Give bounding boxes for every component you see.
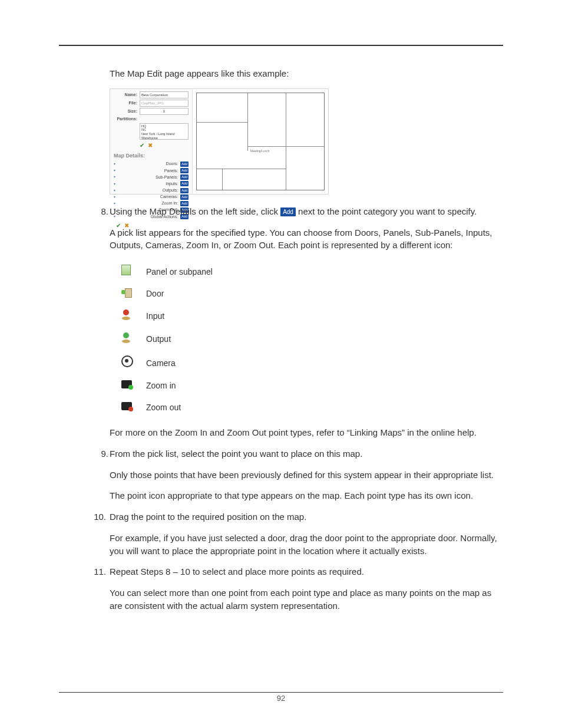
step-9-p1: From the pick list, select the point you…	[110, 447, 503, 460]
map-detail-item: ▾Doors:Add	[114, 161, 189, 167]
expand-icon: ▾	[114, 195, 115, 200]
detail-name: Doors:	[117, 161, 180, 167]
step-8: 8. Using the Map Details on the left sid…	[110, 205, 503, 439]
expand-icon: ▾	[114, 182, 115, 187]
step-9: 9. From the pick list, select the point …	[110, 447, 503, 502]
table-row: Input	[121, 305, 226, 328]
top-rule	[59, 45, 503, 46]
input-icon	[121, 309, 131, 320]
icon-legend-table: Panel or subpanel Door Input Output	[121, 260, 226, 418]
screenshot-floorplan: Meeting/Lunch	[193, 89, 328, 194]
add-button: Add	[180, 174, 189, 180]
text: next to the point category you want to s…	[298, 206, 477, 216]
floor-meeting-label: Meeting/Lunch	[250, 149, 270, 153]
door-icon	[121, 288, 132, 297]
add-button: Add	[180, 188, 189, 193]
step-8-p2: A pick list appears for the specified ty…	[110, 226, 503, 252]
step-10: 10. Drag the point to the required posit…	[110, 510, 503, 557]
zoom-out-icon	[121, 402, 132, 410]
expand-icon: ▾	[114, 188, 115, 193]
cancel-icon: ✖	[148, 142, 153, 149]
step-9-p2: Only those points that have been previou…	[110, 469, 503, 482]
add-button: Add	[180, 168, 189, 173]
partition-item: HQ	[141, 124, 187, 129]
map-detail-item: ▾Cameras:Add	[114, 194, 189, 200]
step-number: 10.	[92, 510, 106, 523]
step-11: 11. Repeat Steps 8 – 10 to select and pl…	[110, 565, 503, 612]
step-number: 9.	[94, 447, 108, 460]
zoom-in-icon	[121, 380, 132, 388]
file-label: File:	[114, 100, 137, 106]
step-11-p2: You can select more than one point from …	[110, 587, 503, 612]
partitions-list: HQ NC New York - Long Island Warehouse	[140, 123, 189, 140]
step-number: 8.	[94, 205, 108, 218]
map-edit-screenshot: Name: Beta Corporation File: CapPlan_JPG…	[110, 88, 329, 195]
partition-item: New York - Long Island Warehouse	[141, 132, 187, 140]
expand-icon: ▾	[114, 168, 115, 173]
detail-name: Outputs:	[117, 187, 180, 193]
table-row: Zoom out	[121, 397, 226, 418]
detail-name: Cameras:	[117, 194, 180, 200]
icon-label: Zoom in	[146, 375, 226, 396]
detail-name: Sub-Panels:	[117, 174, 180, 180]
step-8-p1: Using the Map Details on the left side, …	[110, 205, 503, 218]
intro-text: The Map Edit page appears like this exam…	[110, 67, 503, 80]
name-label: Name:	[114, 92, 137, 98]
detail-name: Inputs:	[117, 181, 180, 187]
partition-item: NC	[141, 128, 187, 132]
icon-label: Input	[146, 305, 226, 328]
map-detail-item: ▾Sub-Panels:Add	[114, 174, 189, 180]
icon-label: Zoom out	[146, 397, 226, 418]
map-detail-item: ▾Inputs:Add	[114, 181, 189, 187]
bottom-rule	[59, 692, 503, 693]
panel-icon	[121, 265, 131, 275]
table-row: Panel or subpanel	[121, 260, 226, 283]
page-number: 92	[0, 693, 562, 704]
step-9-p3: The point icon appropriate to that type …	[110, 489, 503, 502]
screenshot-left-panel: Name: Beta Corporation File: CapPlan_JPG…	[110, 89, 193, 194]
add-button: Add	[180, 181, 189, 186]
file-value: CapPlan_JPG	[140, 100, 189, 107]
step-number: 11.	[92, 565, 106, 578]
icon-label: Camera	[146, 351, 226, 375]
step-10-p1: Drag the point to the required position …	[110, 510, 503, 523]
table-row: Output	[121, 328, 226, 351]
map-details-heading: Map Details:	[114, 152, 189, 160]
icon-label: Panel or subpanel	[146, 260, 226, 283]
map-detail-item: ▾Outputs:Add	[114, 187, 189, 193]
partitions-label: Partitions:	[114, 116, 137, 122]
table-row: Zoom in	[121, 375, 226, 396]
step-11-p1: Repeat Steps 8 – 10 to select and place …	[110, 565, 503, 578]
step-8-p3: For more on the Zoom In and Zoom Out poi…	[110, 426, 503, 439]
icon-label: Door	[146, 283, 226, 304]
text: Using the Map Details on the left side, …	[110, 206, 280, 216]
camera-icon	[121, 355, 133, 367]
check-icon: ✔	[140, 142, 144, 149]
size-label: Size:	[114, 108, 137, 114]
icon-label: Output	[146, 328, 226, 351]
detail-name: Panels:	[117, 168, 180, 174]
map-detail-item: ▾Panels:Add	[114, 168, 189, 174]
expand-icon: ▾	[114, 162, 115, 167]
add-badge-icon: Add	[280, 207, 296, 216]
form-actions: ✔ ✖	[140, 141, 189, 150]
output-icon	[121, 332, 131, 343]
table-row: Door	[121, 283, 226, 304]
add-button: Add	[180, 162, 189, 167]
table-row: Camera	[121, 351, 226, 375]
step-10-p2: For example, if you have just selected a…	[110, 532, 503, 558]
add-button: Add	[180, 195, 189, 200]
expand-icon: ▾	[114, 174, 115, 180]
name-value: Beta Corporation	[140, 91, 189, 98]
size-value: X	[140, 108, 189, 115]
